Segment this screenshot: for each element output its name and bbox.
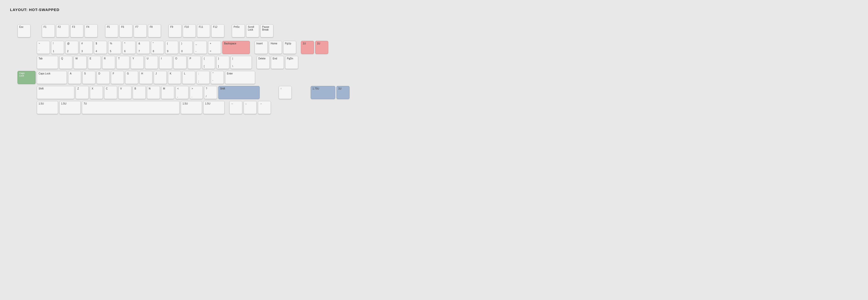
key-3[interactable]: #3 [80, 41, 93, 54]
key-minus[interactable]: _- [194, 41, 207, 54]
key-1[interactable]: !1 [51, 41, 64, 54]
key-0[interactable]: )0 [180, 41, 192, 54]
key-rctrl[interactable]: 1.5U [203, 101, 224, 114]
key-r[interactable]: R [102, 56, 115, 69]
key-x[interactable]: X [90, 86, 103, 99]
key-f2[interactable]: F2 [56, 24, 69, 37]
key-capslock[interactable]: Caps Lock [37, 71, 67, 84]
key-j[interactable]: J [154, 71, 167, 84]
key-l[interactable]: L [182, 71, 195, 84]
key-f5[interactable]: F5 [105, 24, 118, 37]
key-backspace[interactable]: Backspace [222, 41, 250, 54]
key-comma[interactable]: <, [176, 86, 188, 99]
bottom-row: 1.5U 1.5U 7U 1.5U 1.5U [37, 101, 224, 114]
key-t[interactable]: T [116, 56, 129, 69]
key-f11[interactable]: F11 [197, 24, 210, 37]
key-pgup[interactable]: PgUp [283, 41, 296, 54]
arrow-bottom-row: ← ↓ → [229, 101, 271, 114]
key-f6[interactable]: F6 [119, 24, 132, 37]
key-2[interactable]: @2 [65, 41, 79, 54]
key-lalt[interactable]: 1.5U [59, 101, 81, 114]
key-b[interactable]: B [133, 86, 146, 99]
key-backslash[interactable]: |\ [230, 56, 252, 69]
key-home[interactable]: Home [269, 41, 282, 54]
key-f8[interactable]: F8 [148, 24, 161, 37]
key-f[interactable]: F [111, 71, 124, 84]
key-w[interactable]: W [73, 56, 87, 69]
key-pause[interactable]: PauseBreak [260, 24, 273, 37]
key-f1[interactable]: F1 [42, 24, 55, 37]
key-arrow-left[interactable]: ← [229, 101, 242, 114]
key-f9[interactable]: F9 [168, 24, 182, 37]
key-equals[interactable]: += [208, 41, 221, 54]
key-n[interactable]: N [147, 86, 160, 99]
key-backtick[interactable]: ~` [37, 41, 50, 54]
key-rshift[interactable]: Shift [218, 86, 259, 99]
nav-cluster-row1: Insert Home PgUp [255, 41, 296, 54]
function-row: Esc F1 F2 F3 F4 F5 F6 F7 F8 F9 F10 F11 F… [18, 24, 850, 37]
number-row: ~` !1 @2 #3 $4 %5 ^6 &7 "8 (9 )0 _- += B… [37, 41, 250, 54]
key-a[interactable]: A [68, 71, 81, 84]
nav-cluster-row2: Delete End PgDn [257, 56, 298, 69]
page-title: LAYOUT: HOT-SWAPPED [10, 7, 858, 12]
key-q[interactable]: Q [59, 56, 72, 69]
key-f7[interactable]: F7 [134, 24, 147, 37]
key-arrow-up[interactable]: ↑ [279, 86, 292, 99]
key-f10[interactable]: F10 [183, 24, 196, 37]
tab-row: Tab Q W E R T Y U I O P {[ }] |\ [37, 56, 252, 69]
key-scrolllock[interactable]: ScrollLock [246, 24, 259, 37]
key-esc[interactable]: Esc [18, 24, 31, 37]
key-g[interactable]: G [125, 71, 138, 84]
key-delete[interactable]: Delete [257, 56, 270, 69]
key-k[interactable]: K [168, 71, 181, 84]
key-lctrl[interactable]: 1.5U [37, 101, 58, 114]
key-frb2[interactable]: 1U [337, 86, 349, 99]
key-slash[interactable]: ?/ [204, 86, 217, 99]
key-4[interactable]: $4 [94, 41, 107, 54]
key-c[interactable]: C [104, 86, 117, 99]
key-frb1[interactable]: 1.75U [311, 86, 335, 99]
key-left-capslock[interactable]: CapsLock [18, 71, 36, 84]
key-9[interactable]: (9 [165, 41, 178, 54]
key-fr2[interactable]: 1U [315, 41, 328, 54]
key-quote[interactable]: "' [211, 71, 224, 84]
key-arrow-down[interactable]: ↓ [244, 101, 257, 114]
key-end[interactable]: End [271, 56, 284, 69]
arrow-cluster: ↑ [265, 86, 306, 99]
key-prtsc[interactable]: PrtSc [232, 24, 245, 37]
key-space[interactable]: 7U [82, 101, 180, 114]
key-6[interactable]: ^6 [122, 41, 135, 54]
key-o[interactable]: O [174, 56, 187, 69]
key-f3[interactable]: F3 [70, 24, 83, 37]
key-z[interactable]: Z [75, 86, 89, 99]
key-f4[interactable]: F4 [85, 24, 98, 37]
key-i[interactable]: I [159, 56, 172, 69]
key-d[interactable]: D [97, 71, 110, 84]
key-enter[interactable]: Enter [225, 71, 255, 84]
key-period[interactable]: >. [190, 86, 203, 99]
key-p[interactable]: P [188, 56, 201, 69]
key-y[interactable]: Y [131, 56, 144, 69]
key-semicolon[interactable]: :; [196, 71, 210, 84]
key-tab[interactable]: Tab [37, 56, 58, 69]
key-rbracket[interactable]: }] [216, 56, 229, 69]
key-insert[interactable]: Insert [255, 41, 268, 54]
key-7[interactable]: &7 [137, 41, 150, 54]
key-lshift[interactable]: Shift [37, 86, 74, 99]
key-arrow-right[interactable]: → [258, 101, 271, 114]
key-u[interactable]: U [145, 56, 158, 69]
key-s[interactable]: S [82, 71, 95, 84]
key-f12[interactable]: F12 [211, 24, 224, 37]
key-e[interactable]: E [88, 56, 101, 69]
key-8[interactable]: "8 [151, 41, 164, 54]
key-ralt[interactable]: 1.5U [181, 101, 202, 114]
key-lbracket[interactable]: {[ [202, 56, 215, 69]
key-h[interactable]: H [140, 71, 152, 84]
keyboard-layout: Esc F1 F2 F3 F4 F5 F6 F7 F8 F9 F10 F11 F… [10, 19, 858, 121]
shift-row: Shift Z X C V B N M <, >. ?/ Shift [37, 86, 259, 99]
key-5[interactable]: %5 [108, 41, 121, 54]
key-v[interactable]: V [118, 86, 131, 99]
key-m[interactable]: M [161, 86, 174, 99]
key-pgdn[interactable]: PgDn [285, 56, 298, 69]
key-fr1[interactable]: 1U [301, 41, 314, 54]
